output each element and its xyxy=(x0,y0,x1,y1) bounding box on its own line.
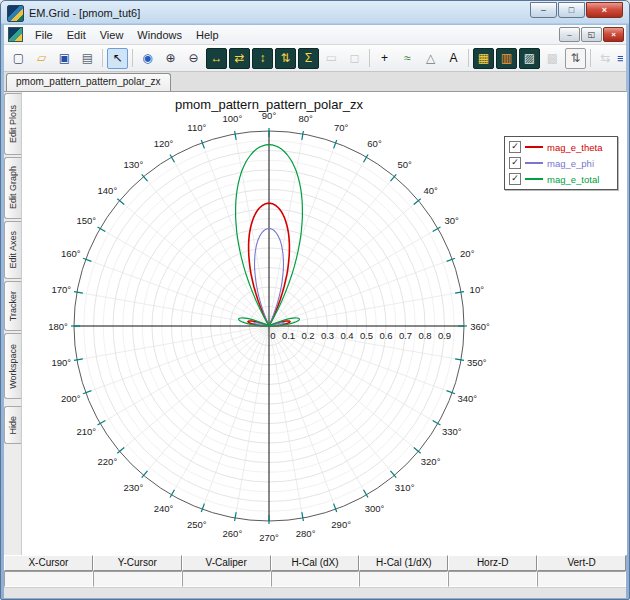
pattern-view-button: ▩ xyxy=(542,48,563,69)
open-folder-button[interactable]: ▱ xyxy=(31,48,52,69)
status-value-cell xyxy=(93,571,182,587)
new-document-button[interactable]: ▢ xyxy=(8,48,29,69)
radial-tick-label: 0.3 xyxy=(321,330,334,341)
status-value-cell xyxy=(4,571,93,587)
angle-tick-label: 230° xyxy=(124,482,144,493)
menu-view[interactable]: View xyxy=(93,27,131,43)
angle-tick-label: 270° xyxy=(259,532,279,543)
spin-control-button[interactable]: ⇅ xyxy=(565,48,586,69)
plot-area: 360°10°20°30°40°50°60°70°80°90°100°110°1… xyxy=(22,92,627,555)
angle-tick-label: 150° xyxy=(76,215,96,226)
print-button[interactable]: ▤ xyxy=(77,48,98,69)
angle-tick-label: 80° xyxy=(298,113,313,124)
pan-horizontal-icon: ⇄ xyxy=(234,52,244,64)
sidebar-tab-label: Edit Axes xyxy=(8,231,18,269)
legend-checkbox-mag_e_total[interactable]: ✓ xyxy=(509,173,521,185)
fit-height-icon: ↕ xyxy=(260,52,266,64)
angle-tick-label: 360° xyxy=(470,321,490,332)
print-icon: ▤ xyxy=(82,52,93,64)
triangle-marker-button[interactable]: △ xyxy=(420,48,441,69)
fit-vertical-button[interactable]: ⇅ xyxy=(275,48,296,69)
triangle-marker-icon: △ xyxy=(426,52,435,64)
angle-tick-label: 310° xyxy=(395,482,415,493)
angle-tick-label: 190° xyxy=(51,357,71,368)
angle-tick-label: 10° xyxy=(470,284,485,295)
mdi-restore-button[interactable]: ◱ xyxy=(581,27,602,42)
status-value-cell xyxy=(448,571,537,587)
menu-file[interactable]: File xyxy=(28,27,60,43)
status-header-h-cal-dx: H-Cal (dX) xyxy=(271,555,360,571)
sidebar-tab-label: Edit Plots xyxy=(8,105,18,143)
legend-checkbox-mag_e_phi[interactable]: ✓ xyxy=(509,157,521,169)
radial-tick-label: 0 xyxy=(270,330,275,341)
status-value-cell xyxy=(537,571,626,587)
colormap-view-icon: ▦ xyxy=(478,52,489,64)
angle-tick-label: 340° xyxy=(457,393,477,404)
document-tab-strip: pmom_pattern_pattern_polar_zx xyxy=(4,72,626,92)
surface-view-button[interactable]: ▨ xyxy=(519,48,540,69)
pan-horizontal-button[interactable]: ⇄ xyxy=(229,48,250,69)
sum-scale-icon: Σ xyxy=(305,52,312,64)
zoom-in-button[interactable]: ⊕ xyxy=(160,48,181,69)
pattern-view-icon: ▩ xyxy=(547,52,558,64)
toolbar-separator xyxy=(102,49,103,67)
zoom-out-button[interactable]: ⊖ xyxy=(183,48,204,69)
sidebar-tab-edit-axes[interactable]: Edit Axes xyxy=(4,221,21,279)
legend: ✓mag_e_theta✓mag_e_phi✓mag_e_total xyxy=(504,136,618,190)
sidebar-tab-edit-plots[interactable]: Edit Plots xyxy=(4,93,21,155)
status-header-x-cursor: X-Cursor xyxy=(4,555,93,571)
sidebar-tab-tracker[interactable]: Tracker xyxy=(4,281,21,331)
status-bar-filler xyxy=(4,587,626,598)
tab-pmom-pattern-polar-zx[interactable]: pmom_pattern_pattern_polar_zx xyxy=(6,73,171,91)
angle-tick-label: 60° xyxy=(367,138,382,149)
close-button[interactable]: × xyxy=(586,2,623,18)
angle-tick-label: 300° xyxy=(365,503,385,514)
angle-tick-label: 210° xyxy=(76,426,96,437)
waterfall-view-icon: ▥ xyxy=(501,52,512,64)
document-icon[interactable] xyxy=(8,27,23,42)
angle-tick-label: 330° xyxy=(442,426,462,437)
title-bar: EM.Grid - [pmom_tut6] – □ × xyxy=(4,1,626,25)
layout-control[interactable]: ≡ Layou xyxy=(617,51,623,66)
pointer-tool-button[interactable]: ↖ xyxy=(107,48,128,69)
fit-height-button[interactable]: ↕ xyxy=(252,48,273,69)
surface-view-icon: ▨ xyxy=(524,52,535,64)
save-icon: ▣ xyxy=(59,52,70,64)
menu-help[interactable]: Help xyxy=(189,27,226,43)
colormap-view-button[interactable]: ▦ xyxy=(473,48,494,69)
text-tool-button[interactable]: A xyxy=(443,48,464,69)
menu-edit[interactable]: Edit xyxy=(60,27,93,43)
angle-tick-label: 110° xyxy=(187,122,206,133)
minimize-button[interactable]: – xyxy=(530,2,557,18)
menu-windows[interactable]: Windows xyxy=(130,27,189,43)
radial-tick-label: 0.2 xyxy=(301,330,314,341)
free-region-icon: ◻ xyxy=(350,52,360,64)
window-controls: – □ × xyxy=(530,2,623,18)
sidebar-tab-hide[interactable]: Hide xyxy=(4,406,21,444)
mdi-minimize-button[interactable]: – xyxy=(559,27,580,42)
sidebar-tab-workspace[interactable]: Workspace xyxy=(4,333,21,399)
text-tool-icon: A xyxy=(449,52,457,64)
sidebar-tab-edit-graph[interactable]: Edit Graph xyxy=(4,157,21,219)
save-button[interactable]: ▣ xyxy=(54,48,75,69)
legend-row-mag_e_total: ✓mag_e_total xyxy=(509,171,613,187)
curve-tool-button[interactable]: ≈ xyxy=(397,48,418,69)
sum-scale-button[interactable]: Σ xyxy=(298,48,319,69)
toolbar-separator xyxy=(468,49,469,67)
angle-tick-label: 100° xyxy=(223,113,243,124)
zoom-in-icon: ⊕ xyxy=(165,52,175,64)
legend-line-mag_e_theta xyxy=(525,146,543,148)
maximize-button[interactable]: □ xyxy=(558,2,585,18)
mdi-close-button[interactable]: × xyxy=(603,27,624,42)
zoom-out-icon: ⊖ xyxy=(188,52,198,64)
add-marker-button[interactable]: + xyxy=(374,48,395,69)
window-title: EM.Grid - [pmom_tut6] xyxy=(29,7,530,19)
status-value-row xyxy=(4,571,626,587)
menu-bar-items: FileEditViewWindowsHelp xyxy=(28,27,226,43)
waterfall-view-button[interactable]: ▥ xyxy=(496,48,517,69)
legend-checkbox-mag_e_theta[interactable]: ✓ xyxy=(509,141,521,153)
spin-control-icon: ⇅ xyxy=(570,52,580,64)
angle-tick-label: 260° xyxy=(223,528,243,539)
fit-width-button[interactable]: ↔ xyxy=(206,48,227,69)
zoom-window-button[interactable]: ◉ xyxy=(137,48,158,69)
